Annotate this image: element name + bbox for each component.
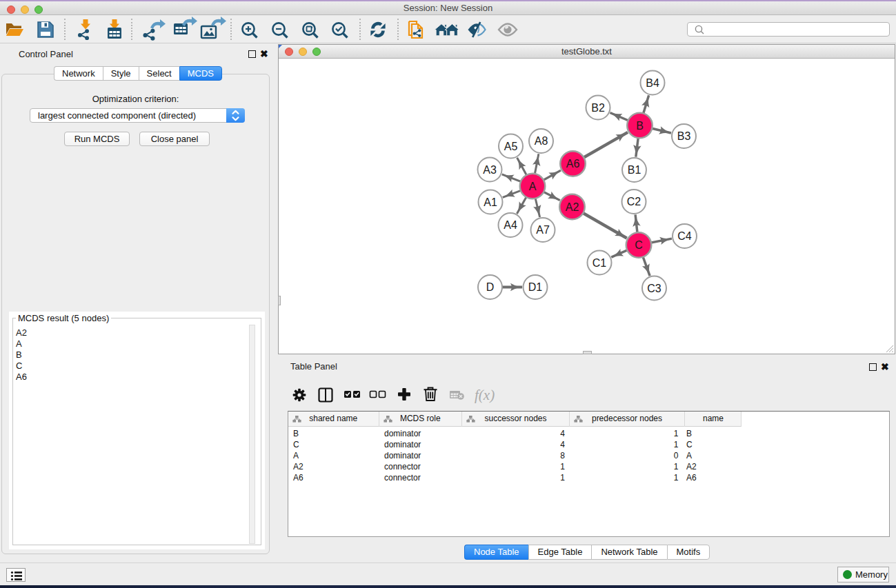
svg-text:A2: A2 xyxy=(566,201,579,213)
svg-text:C3: C3 xyxy=(647,283,661,294)
svg-text:B: B xyxy=(636,120,644,132)
svg-text:B4: B4 xyxy=(646,77,659,89)
svg-text:A4: A4 xyxy=(504,219,517,231)
svg-text:B1: B1 xyxy=(628,164,641,176)
svg-text:C2: C2 xyxy=(627,196,641,207)
svg-text:A8: A8 xyxy=(535,135,548,147)
svg-text:D: D xyxy=(486,281,495,293)
svg-text:B3: B3 xyxy=(677,130,691,142)
svg-text:A: A xyxy=(529,181,537,192)
svg-text:B2: B2 xyxy=(591,102,605,114)
svg-text:D1: D1 xyxy=(528,281,543,293)
svg-text:f(x): f(x) xyxy=(475,387,495,403)
svg-text:A3: A3 xyxy=(483,164,497,176)
svg-text:A1: A1 xyxy=(484,196,497,208)
svg-text:C4: C4 xyxy=(677,230,692,242)
svg-text:C: C xyxy=(635,239,643,251)
svg-text:A5: A5 xyxy=(504,141,518,152)
svg-text:A7: A7 xyxy=(536,224,550,236)
svg-text:C1: C1 xyxy=(593,257,607,269)
svg-text:A6: A6 xyxy=(566,158,580,170)
